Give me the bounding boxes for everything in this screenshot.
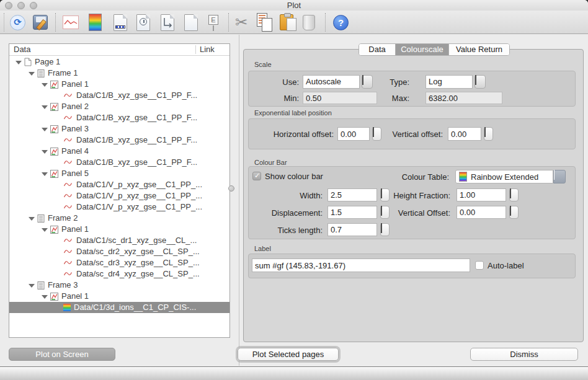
tree-row[interactable]: Data/C1/sc_dr1_xyz_gse__CL_... xyxy=(9,235,229,246)
tree-row[interactable]: Data/C1/B_xyz_gse__C1_PP_F... xyxy=(9,90,229,101)
spectrogram-button[interactable] xyxy=(89,14,102,31)
vertical-offset2-field[interactable] xyxy=(457,206,506,219)
axes-button[interactable] xyxy=(161,14,174,31)
vertical-offset2-stepper[interactable] xyxy=(509,206,519,219)
tree-row[interactable]: Data/sc_dr3_xyz_gse__CL_SP_... xyxy=(9,257,229,268)
tab-value-return[interactable]: Value Return xyxy=(448,44,509,55)
tree-row[interactable]: Panel 2 xyxy=(9,101,229,112)
dismiss-button[interactable]: Dismiss xyxy=(470,348,578,361)
plot-line-button[interactable] xyxy=(63,14,79,31)
colour-table-dropdown[interactable]: Rainbow Extended xyxy=(455,170,553,183)
tree-row[interactable]: Data/C1/V_p_xyz_gse__C1_PP_... xyxy=(9,179,229,190)
disclosure-triangle[interactable] xyxy=(14,58,22,66)
tree-row[interactable]: Data/C1/B_xyz_gse__C1_PP_F... xyxy=(9,112,229,123)
displacement-stepper[interactable] xyxy=(380,206,390,219)
save-button[interactable] xyxy=(33,14,48,31)
disclosure-spacer xyxy=(53,248,61,255)
tree-row-label: Data/sc_dr3_xyz_gse__CL_SP_... xyxy=(76,257,200,268)
disclosure-triangle[interactable] xyxy=(40,226,48,233)
tree-row[interactable]: Data/C1/B_xyz_gse__C1_PP_F... xyxy=(9,157,229,168)
label-field[interactable] xyxy=(252,258,470,272)
wave-icon xyxy=(63,204,73,210)
plot-on-screen-button[interactable]: Plot on Screen xyxy=(9,348,115,361)
tree-row[interactable]: Panel 1 xyxy=(9,291,229,302)
auto-label-checkbox[interactable] xyxy=(475,261,484,270)
tree-row[interactable]: Frame 3 xyxy=(9,280,229,291)
help-icon: ? xyxy=(333,15,349,30)
tree-rows: Page 1Frame 1Panel 1Data/C1/B_xyz_gse__C… xyxy=(9,56,229,337)
colour-table-arrow[interactable] xyxy=(553,170,566,183)
tree-row-label: Data/sc_dr4_xyz_gse__CL_SP_... xyxy=(76,268,200,280)
copy-button[interactable] xyxy=(257,14,274,31)
disclosure-triangle[interactable] xyxy=(27,69,35,77)
tree-row[interactable]: Frame 2 xyxy=(9,213,229,224)
vertical-offset-field[interactable] xyxy=(448,127,481,141)
use-dropdown-stepper[interactable] xyxy=(362,75,373,89)
tree-row[interactable]: Data/sc_dr4_xyz_gse__CL_SP_... xyxy=(9,268,229,280)
height-fraction-stepper[interactable] xyxy=(509,188,519,201)
tree-row[interactable]: Data/C1/B_xyz_gse__C1_PP_F... xyxy=(9,135,229,146)
paste-button[interactable] xyxy=(280,14,293,31)
ticks-length-stepper[interactable] xyxy=(380,223,390,236)
show-colourbar-checkbox[interactable] xyxy=(252,172,261,180)
tree-row[interactable]: Data/sc_dr2_xyz_gse__CL_SP_... xyxy=(9,246,229,257)
splitter-handle[interactable] xyxy=(228,185,234,192)
max-field[interactable] xyxy=(425,92,502,104)
cut-button[interactable]: ✂ xyxy=(235,14,247,31)
disclosure-triangle[interactable] xyxy=(40,148,48,155)
min-field[interactable] xyxy=(303,92,377,104)
tab-data[interactable]: Data xyxy=(359,44,395,55)
disclosure-triangle[interactable] xyxy=(40,81,48,88)
tree-row[interactable]: Frame 1 xyxy=(9,68,229,79)
horizontal-offset-label: Horizontal offset: xyxy=(254,130,334,139)
tree-row[interactable]: Data/C1/V_p_xyz_gse__C1_PP_... xyxy=(9,201,229,213)
tree-row[interactable]: Data/C1/V_p_xyz_gse__C1_PP_... xyxy=(9,190,229,201)
disclosure-triangle[interactable] xyxy=(40,125,48,133)
reload-button[interactable]: ⟳ xyxy=(10,14,25,31)
width-stepper[interactable] xyxy=(380,188,390,201)
disclosure-spacer xyxy=(53,203,61,211)
new-page-button[interactable] xyxy=(184,14,198,31)
use-dropdown[interactable]: Autoscale xyxy=(303,75,360,89)
page-colorbar-button[interactable] xyxy=(114,14,127,31)
disclosure-triangle[interactable] xyxy=(27,214,35,222)
disclosure-triangle[interactable] xyxy=(40,170,48,177)
titlebar: Plot xyxy=(0,0,588,11)
horizontal-offset-field[interactable] xyxy=(337,127,370,141)
type-dropdown[interactable]: Log xyxy=(425,75,473,89)
type-dropdown-stepper[interactable] xyxy=(474,75,486,89)
tree-row[interactable]: Panel 1 xyxy=(9,79,229,90)
tree-column-divider[interactable] xyxy=(195,45,196,54)
tree-column-link[interactable]: Link xyxy=(200,45,215,54)
time-button[interactable] xyxy=(136,14,150,31)
tree-header: Data Link xyxy=(9,44,229,56)
disclosure-triangle[interactable] xyxy=(40,293,48,300)
tree-row[interactable]: Panel 5 xyxy=(9,168,229,179)
wave-icon xyxy=(63,159,73,166)
tree-row-label: Data/C1/V_p_xyz_gse__C1_PP_... xyxy=(76,201,202,213)
tree-column-data[interactable]: Data xyxy=(14,45,30,54)
disclosure-triangle[interactable] xyxy=(40,103,48,110)
exponent-sign-icon: E xyxy=(208,14,219,31)
tab-colourscale[interactable]: Colourscale xyxy=(395,44,448,55)
tree-row[interactable]: Panel 1 xyxy=(9,224,229,235)
plot-selected-pages-button[interactable]: Plot Selected pages xyxy=(238,348,339,361)
ticks-length-field[interactable] xyxy=(327,223,377,236)
disclosure-triangle[interactable] xyxy=(27,281,35,289)
horizontal-offset-stepper[interactable] xyxy=(372,127,381,141)
tree-row[interactable]: Panel 4 xyxy=(9,146,229,157)
tree-row[interactable]: Panel 3 xyxy=(9,123,229,135)
tree-row-label: Data/C1/B_xyz_gse__C1_PP_F... xyxy=(76,135,197,146)
tree-row-label: Page 1 xyxy=(35,56,60,68)
displacement-field[interactable] xyxy=(327,206,377,219)
width-field[interactable] xyxy=(327,188,377,201)
tree-row[interactable]: Data/C1/3d_ions__C1_CP_CIS-... xyxy=(9,302,229,313)
splitter-line xyxy=(239,35,239,366)
tree-row[interactable]: Page 1 xyxy=(9,56,229,68)
exponent-sign-button[interactable]: E xyxy=(208,14,219,31)
show-colourbar-label: Show colour bar xyxy=(265,172,323,181)
height-fraction-field[interactable] xyxy=(457,188,506,201)
delete-button[interactable] xyxy=(303,14,315,31)
vertical-offset-stepper[interactable] xyxy=(484,127,493,141)
help-button[interactable]: ? xyxy=(333,14,349,31)
